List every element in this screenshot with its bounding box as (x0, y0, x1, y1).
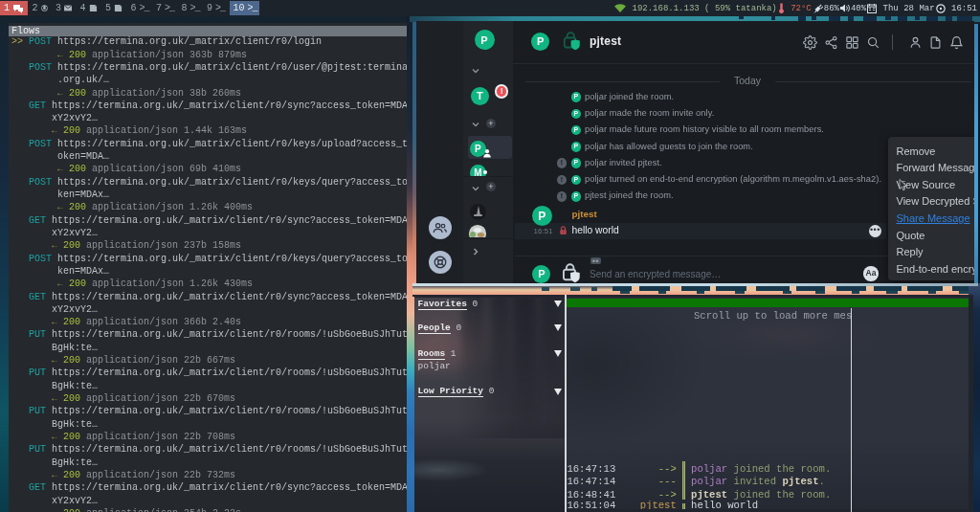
svg-text:!: ! (563, 230, 564, 234)
